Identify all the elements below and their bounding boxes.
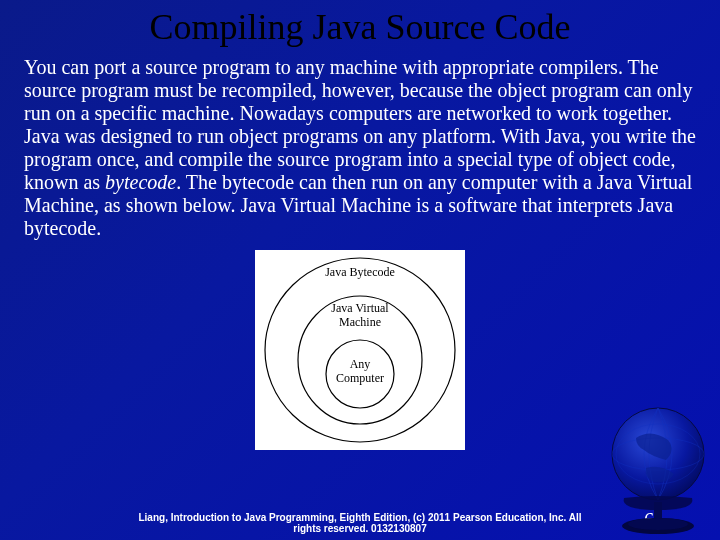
middle-label-2: Machine: [339, 315, 381, 329]
globe-icon: [596, 398, 716, 538]
inner-label-1: Any: [350, 357, 371, 371]
jvm-diagram: Java Bytecode Java Virtual Machine Any C…: [255, 250, 465, 450]
slide-title: Compiling Java Source Code: [0, 0, 720, 56]
inner-label-2: Computer: [336, 371, 384, 385]
middle-label-1: Java Virtual: [331, 301, 389, 315]
svg-point-9: [628, 518, 688, 530]
body-paragraph: You can port a source program to any mac…: [0, 56, 720, 240]
outer-label: Java Bytecode: [325, 265, 395, 279]
bytecode-word: bytecode: [105, 171, 176, 193]
